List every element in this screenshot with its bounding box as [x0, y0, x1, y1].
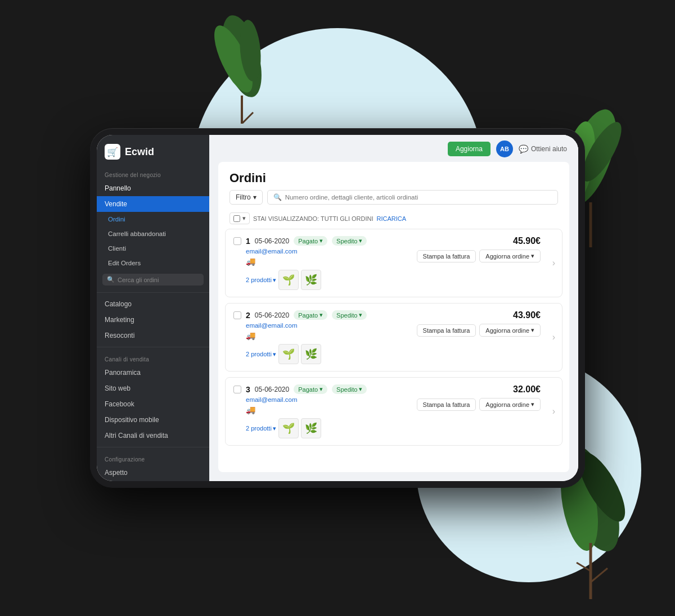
update-label-3: Aggiorna ordine: [485, 401, 529, 408]
chat-icon: 💬: [519, 144, 528, 153]
update-button-2[interactable]: Aggiorna ordine ▾: [479, 324, 541, 337]
aspetto-label: Aspetto: [105, 469, 128, 477]
chevron-products-1: ▾: [273, 277, 276, 284]
sidebar-item-carrelli[interactable]: Carrelli abbandonati: [97, 227, 209, 241]
order-card-row1-3: 3 05-06-2020 Pagato ▾ Spedito: [233, 384, 417, 394]
facebook-label: Facebook: [105, 400, 134, 408]
order-chevron-3[interactable]: ›: [552, 406, 555, 416]
paid-label-3: Pagato: [298, 386, 318, 393]
sidebar-item-dispositivo[interactable]: Dispositivo mobile: [97, 412, 209, 428]
sidebar-item-altri-canali[interactable]: Altri Canali di vendita: [97, 428, 209, 443]
filter-button[interactable]: Filtro ▾: [230, 190, 263, 205]
update-label-2: Aggiorna ordine: [485, 327, 529, 334]
products-count-2: 2 prodotti: [246, 351, 272, 357]
sidebar-item-catalogo[interactable]: Catalogo: [97, 296, 209, 312]
marketing-label: Marketing: [105, 316, 134, 324]
sidebar-divider-3: [97, 447, 209, 447]
order-left-2: 2 05-06-2020 Pagato ▾ Spedito: [233, 310, 417, 320]
sidebar-item-marketing[interactable]: Marketing: [97, 312, 209, 328]
print-button-1[interactable]: Stampa la fattura: [417, 250, 476, 262]
order-email-2[interactable]: email@email.com: [246, 322, 417, 329]
order-right-col-1: 45.90€ Stampa la fattura Aggiorna ordine…: [417, 236, 554, 262]
avatar-badge: AB: [496, 141, 513, 157]
order-actions-2: Stampa la fattura Aggiorna ordine ▾: [417, 324, 541, 337]
order-products-row-1: 2 prodotti ▾ 🌱 🌿: [246, 270, 417, 290]
aggiorna-button[interactable]: Aggiorna: [448, 142, 490, 156]
checkbox-input[interactable]: [233, 215, 240, 222]
update-button-1[interactable]: Aggiorna ordine ▾: [479, 250, 541, 262]
order-right-col-2: 43.90€ Stampa la fattura Aggiorna ordine…: [417, 310, 554, 337]
product-thumb-3b: 🌿: [301, 418, 321, 438]
sidebar-item-facebook[interactable]: Facebook: [97, 396, 209, 412]
sidebar-item-resoconti[interactable]: Resoconti: [97, 328, 209, 343]
order-actions-3: Stampa la fattura Aggiorna ordine ▾: [417, 398, 541, 411]
order-badge-shipped-1[interactable]: Spedito ▾: [332, 236, 367, 246]
product-thumb-1a: 🌱: [278, 270, 299, 290]
panoramica-label: Panoramica: [105, 369, 141, 377]
order-badge-paid-2[interactable]: Pagato ▾: [294, 310, 327, 320]
main-header: Aggiorna AB 💬 Ottieni aiuto: [209, 135, 578, 162]
sidebar-item-sito-web[interactable]: Sito web: [97, 381, 209, 396]
update-label-1: Aggiorna ordine: [485, 253, 529, 260]
order-left-1: 1 05-06-2020 Pagato ▾ Spedito: [233, 236, 417, 246]
sidebar-item-ordini[interactable]: Ordini: [97, 212, 209, 227]
product-thumb-2b: 🌿: [301, 344, 321, 364]
truck-icon-1: 🚚: [246, 257, 255, 266]
products-label-3[interactable]: 2 prodotti ▾: [246, 425, 276, 432]
update-button-3[interactable]: Aggiorna ordine ▾: [479, 398, 541, 411]
products-count-3: 2 prodotti: [246, 425, 272, 432]
order-card-row1-2: 2 05-06-2020 Pagato ▾ Spedito: [233, 310, 417, 320]
sidebar-item-panoramica[interactable]: Panoramica: [97, 365, 209, 381]
order-number-1: 1: [246, 237, 250, 246]
search-orders-box[interactable]: 🔍 Cerca gli ordini: [102, 274, 204, 286]
order-left-col-2: 2 05-06-2020 Pagato ▾ Spedito: [233, 310, 417, 364]
chevron-paid-3: ▾: [320, 386, 323, 393]
section-negozio-label: Gestione del negozio: [97, 166, 209, 180]
order-badge-shipped-3[interactable]: Spedito ▾: [332, 384, 367, 394]
order-chevron-2[interactable]: ›: [552, 332, 555, 342]
order-checkbox-2[interactable]: [233, 311, 241, 319]
svg-line-13: [591, 568, 608, 582]
order-icon-row-2: 🚚: [246, 330, 417, 341]
help-button[interactable]: 💬 Ottieni aiuto: [519, 144, 567, 153]
section-canali-label: Canali di vendita: [97, 351, 209, 365]
order-email-1[interactable]: email@email.com: [246, 248, 417, 255]
order-chevron-1[interactable]: ›: [552, 258, 555, 268]
chevron-shipped-1: ▾: [359, 237, 362, 244]
dispositivo-label: Dispositivo mobile: [105, 416, 159, 424]
select-all-checkbox[interactable]: ▾: [230, 212, 250, 224]
shipped-label-3: Spedito: [336, 386, 357, 393]
search-input[interactable]: [285, 194, 552, 201]
order-number-2: 2: [246, 311, 250, 320]
catalogo-label: Catalogo: [105, 300, 132, 308]
print-button-3[interactable]: Stampa la fattura: [417, 398, 476, 411]
shipped-label-2: Spedito: [336, 312, 357, 319]
sidebar-item-edit-orders[interactable]: Edit Orders: [97, 256, 209, 270]
chevron-down-icon: ▾: [253, 193, 256, 201]
edit-orders-label: Edit Orders: [108, 260, 141, 266]
leaf-top-decoration: [191, 11, 292, 124]
sidebar-item-aspetto[interactable]: Aspetto: [97, 465, 209, 481]
ordini-label: Ordini: [108, 216, 125, 223]
order-badge-paid-1[interactable]: Pagato ▾: [294, 236, 327, 246]
products-label-1[interactable]: 2 prodotti ▾: [246, 277, 276, 284]
products-label-2[interactable]: 2 prodotti ▾: [246, 351, 276, 358]
search-icon: 🔍: [273, 193, 282, 201]
order-badge-shipped-2[interactable]: Spedito ▾: [332, 310, 367, 320]
order-badge-paid-3[interactable]: Pagato ▾: [294, 384, 327, 394]
order-left-3: 3 05-06-2020 Pagato ▾ Spedito: [233, 384, 417, 394]
paid-label-1: Pagato: [298, 238, 318, 244]
order-checkbox-3[interactable]: [233, 386, 241, 393]
filter-label: Filtro: [236, 193, 251, 201]
order-row-main-3: 3 05-06-2020 Pagato ▾ Spedito: [233, 384, 554, 438]
print-button-2[interactable]: Stampa la fattura: [417, 324, 476, 337]
clienti-label: Clienti: [108, 245, 126, 252]
chevron-update-1: ▾: [531, 252, 534, 260]
sidebar-item-vendite[interactable]: Vendite: [97, 196, 209, 212]
order-checkbox-1[interactable]: [233, 237, 241, 245]
sidebar-item-pannello[interactable]: Pannello: [97, 180, 209, 196]
sidebar-item-clienti[interactable]: Clienti: [97, 241, 209, 256]
order-email-3[interactable]: email@email.com: [246, 396, 417, 403]
reload-link[interactable]: RICARICA: [377, 215, 407, 222]
table-row: 2 05-06-2020 Pagato ▾ Spedito: [225, 303, 562, 372]
